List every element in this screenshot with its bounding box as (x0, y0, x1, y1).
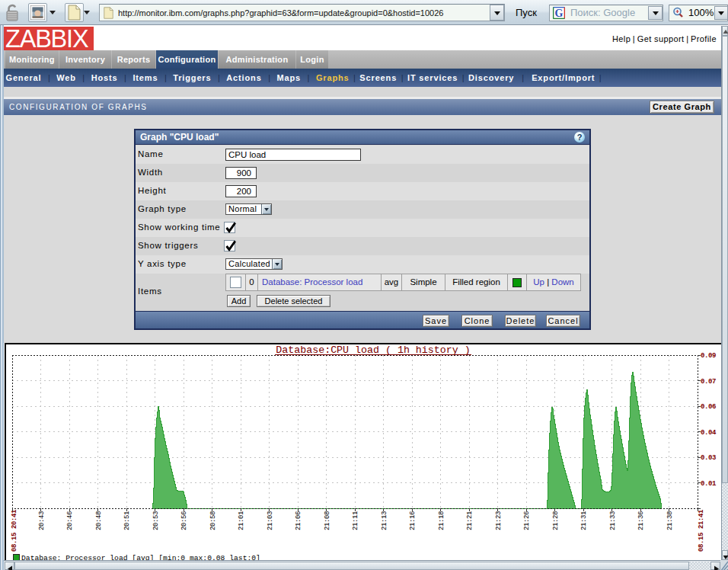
svg-text:08.15 20:41: 08.15 20:41 (11, 509, 18, 552)
svg-text:Database:CPU load ( 1h history: Database:CPU load ( 1h history ) (276, 344, 470, 356)
svg-text:08.15 21:41: 08.15 21:41 (698, 509, 705, 552)
svg-text:21:31: 21:31 (580, 511, 588, 530)
svg-text:0.03: 0.03 (701, 454, 716, 462)
svg-text:21:13: 21:13 (381, 511, 388, 530)
svg-text:0.09: 0.09 (701, 352, 716, 360)
svg-text:20:43: 20:43 (38, 511, 46, 530)
svg-text:20:56: 20:56 (180, 511, 188, 530)
svg-text:21:28: 21:28 (552, 511, 560, 530)
svg-text:21:21: 21:21 (466, 511, 474, 530)
svg-text:21:01: 21:01 (238, 511, 245, 530)
svg-text:20:51: 20:51 (123, 511, 131, 530)
svg-text:21:03: 21:03 (267, 511, 274, 530)
svg-text:0.06: 0.06 (701, 403, 716, 411)
svg-text:21:18: 21:18 (438, 511, 445, 530)
svg-text:20:53: 20:53 (152, 511, 160, 530)
svg-text:21:38: 21:38 (666, 511, 674, 530)
svg-text:21:23: 21:23 (495, 511, 503, 530)
svg-text:21:36: 21:36 (637, 511, 645, 530)
svg-text:0.04: 0.04 (701, 429, 717, 437)
svg-text:21:06: 21:06 (295, 511, 302, 530)
svg-text:21:08: 21:08 (324, 511, 331, 530)
svg-text:0.07: 0.07 (701, 378, 716, 386)
svg-text:21:11: 21:11 (352, 511, 359, 530)
svg-text:21:26: 21:26 (523, 511, 531, 530)
svg-text:20:46: 20:46 (66, 511, 74, 530)
svg-text:21:16: 21:16 (409, 511, 417, 530)
svg-text:0.01: 0.01 (701, 480, 717, 488)
svg-text:21:33: 21:33 (609, 511, 617, 530)
svg-text:G: G (555, 8, 564, 19)
svg-text:20:48: 20:48 (95, 511, 103, 530)
svg-text:20:58: 20:58 (209, 511, 217, 530)
